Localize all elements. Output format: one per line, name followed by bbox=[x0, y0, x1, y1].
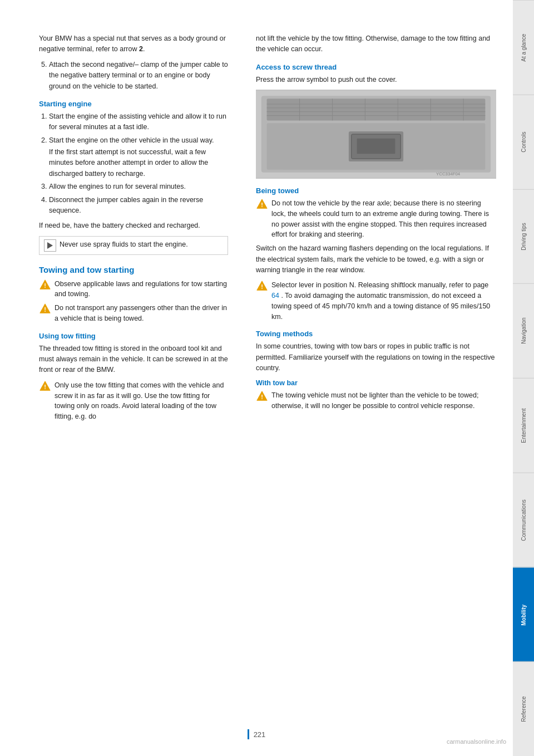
sidebar-item-mobility[interactable]: Mobility bbox=[513, 567, 534, 662]
starting-engine-heading: Starting engine bbox=[39, 100, 228, 108]
hazard-text: Switch on the hazard warning flashers de… bbox=[256, 243, 496, 276]
intro-paragraph: Your BMW has a special nut that serves a… bbox=[39, 33, 228, 55]
battery-check: If need be, have the battery checked and… bbox=[39, 220, 228, 231]
watermark: carmanualsonline.info bbox=[447, 738, 506, 745]
step-1: Start the engine of the assisting vehicl… bbox=[49, 111, 228, 133]
svg-text:!: ! bbox=[261, 202, 263, 208]
warning-rear-axle: ! Do not tow the vehicle by the rear axl… bbox=[256, 198, 496, 240]
tow-fitting-image: YCC334F04 bbox=[256, 90, 496, 179]
svg-rect-24 bbox=[357, 139, 395, 154]
warning-icon-tow-bar: ! bbox=[256, 390, 268, 402]
intro-continued: not lift the vehicle by the tow fitting.… bbox=[256, 33, 496, 55]
access-heading: Access to screw thread bbox=[256, 63, 496, 71]
page-number: 221 bbox=[254, 730, 266, 739]
svg-text:!: ! bbox=[261, 283, 263, 290]
svg-text:!: ! bbox=[261, 394, 263, 400]
warning-icon-rear-axle: ! bbox=[256, 198, 268, 210]
warning-selector: ! Selector lever in position N. Releasin… bbox=[256, 280, 496, 322]
play-icon bbox=[44, 239, 56, 252]
sidebar-item-reference[interactable]: Reference bbox=[513, 661, 534, 756]
sidebar-item-at-a-glance[interactable]: At a glance bbox=[513, 0, 534, 95]
using-tow-heading: Using tow fitting bbox=[39, 332, 228, 340]
svg-marker-0 bbox=[47, 242, 53, 249]
sidebar-item-driving-tips[interactable]: Driving tips bbox=[513, 189, 534, 284]
warning-icon-passengers: ! bbox=[39, 303, 51, 315]
warning-passengers: ! Do not transport any passengers other … bbox=[39, 303, 228, 324]
access-text: Press the arrow symbol to push out the c… bbox=[256, 75, 496, 85]
page-64-link[interactable]: 64 bbox=[271, 292, 279, 300]
warning-tow-bar: ! The towing vehicle must not be lighter… bbox=[256, 390, 496, 411]
towing-methods-text: In some countries, towing with tow bars … bbox=[256, 341, 496, 374]
being-towed-heading: Being towed bbox=[256, 186, 496, 195]
towing-methods-heading: Towing methods bbox=[256, 330, 496, 338]
sidebar-item-entertainment[interactable]: Entertainment bbox=[513, 378, 534, 473]
svg-text:!: ! bbox=[44, 383, 46, 390]
sidebar-item-communications[interactable]: Communications bbox=[513, 473, 534, 567]
svg-text:YCC334F04: YCC334F04 bbox=[436, 171, 461, 176]
left-column: Your BMW has a special nut that serves a… bbox=[0, 33, 245, 734]
sidebar-item-navigation[interactable]: Navigation bbox=[513, 283, 534, 378]
warning-icon-tow: ! bbox=[39, 380, 51, 392]
warning-icon-selector: ! bbox=[256, 280, 268, 292]
right-column: not lift the vehicle by the tow fitting.… bbox=[245, 33, 513, 734]
step-4: Disconnect the jumper cables again in th… bbox=[49, 195, 228, 217]
sidebar-item-controls[interactable]: Controls bbox=[513, 95, 534, 189]
svg-text:!: ! bbox=[44, 282, 46, 288]
tow-stored-text: The threaded tow fitting is stored in th… bbox=[39, 343, 228, 376]
notice-spray: Never use spray fluids to start the engi… bbox=[39, 236, 228, 255]
step-3: Allow the engines to run for several min… bbox=[49, 181, 228, 192]
svg-text:!: ! bbox=[44, 306, 46, 313]
notice-tow-only: ! Only use the tow fitting that comes wi… bbox=[39, 380, 228, 422]
with-tow-bar-heading: With tow bar bbox=[256, 379, 496, 387]
sidebar: At a glance Controls Driving tips Naviga… bbox=[513, 0, 534, 756]
towing-heading: Towing and tow starting bbox=[39, 265, 228, 274]
step-2: Start the engine on the other vehicle in… bbox=[49, 135, 228, 180]
step-5: Attach the second negative/– clamp of th… bbox=[49, 60, 228, 92]
page-number-bar bbox=[248, 729, 249, 739]
warning-icon-laws: ! bbox=[39, 279, 51, 291]
warning-laws: ! Observe applicable laws and regulation… bbox=[39, 279, 228, 300]
